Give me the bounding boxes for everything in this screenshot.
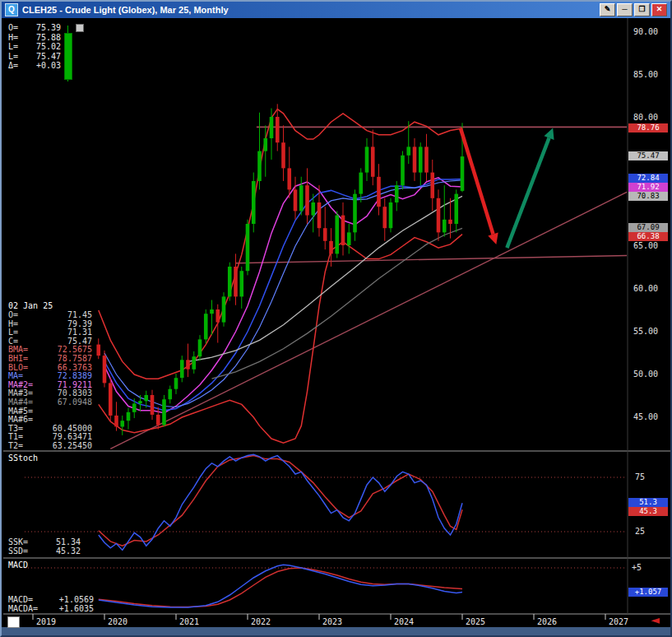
quote-label: O= [8,23,18,33]
quote-row: L=75.02 [8,42,61,52]
readout-value: 67.0948 [58,398,92,407]
readout-value: 78.7587 [58,355,92,364]
price-axis-label: 60.00 [633,284,658,293]
candle [114,416,118,427]
price-axis-label: 65.00 [633,241,658,250]
minimize-button[interactable]: ─ [617,3,633,16]
readout-label: MA#4= [8,398,33,407]
price-chart-svg[interactable] [2,2,672,637]
readout-row: T2=63.25450 [8,442,92,451]
overlay-collapse-icon[interactable] [76,24,84,32]
year-label: 2024 [394,617,414,626]
quote-value: +0.03 [36,61,61,71]
stoch-panel-label: SStoch [8,453,38,463]
restore-button[interactable]: ❐ [634,3,650,16]
candle [329,241,333,254]
candle [389,202,393,228]
price-axis-label: 45.00 [633,412,658,421]
candle [246,224,250,271]
candle [132,403,137,411]
stoch-axis-label: 25 [635,527,645,536]
app-icon: Q [5,3,18,16]
quote-label: L= [8,42,18,52]
year-label: 2023 [322,617,342,626]
candle [382,207,387,228]
close-button[interactable]: ✕ [651,3,667,16]
quote-label: Δ= [8,61,18,71]
stoch-ssk-readout: SSK=51.34 [8,537,81,546]
title-bar[interactable]: Q CLEH25 - Crude Light (Globex), Mar 25,… [2,2,670,18]
stoch-axis-label: 75 [635,472,645,481]
candle [371,146,375,176]
candle [234,267,238,296]
price-axis-label: 50.00 [633,370,658,379]
quote-row: O=75.39 [8,23,61,33]
candle [454,194,458,224]
candle [263,138,267,151]
candle [96,345,100,356]
candle [228,267,232,296]
candle [281,142,285,168]
annotate-tool-button[interactable]: ✎ [600,3,615,16]
macd-label: MACD= [8,595,33,604]
candle [192,356,196,370]
axis-price-badge: 72.84 [628,174,668,183]
axis-price-badge: 67.09 [628,223,668,232]
macda-value-readout: MACDA=+1.6035 [8,604,94,613]
candle [127,412,131,421]
year-label: 2019 [36,617,56,626]
candle [216,309,220,323]
quote-value: 75.39 [36,23,61,33]
readout-row: MA#4=67.0948 [8,398,92,407]
candle [168,389,172,400]
candle [317,202,322,228]
macda-label: MACDA= [8,604,38,613]
candle [341,216,345,245]
year-label: 2021 [179,617,199,626]
candle [448,220,452,224]
stoch-ssd-readout: SSD=45.32 [8,546,81,556]
price-axis-label: 85.00 [633,70,658,79]
candle [359,173,363,194]
candle [156,415,160,425]
ssk-value: 51.34 [56,537,81,546]
ssk-label: SSK= [8,537,28,546]
axis-price-badge: 70.83 [628,192,668,201]
candle [186,360,190,369]
quote-row: H=75.88 [8,33,61,43]
axis-price-badge: 78.76 [628,123,668,133]
quote-label: L= [8,52,18,62]
price-axis-label: 80.00 [633,113,658,122]
quote-value: 75.02 [36,42,61,52]
readout-label: BHI= [8,355,28,364]
candle [204,314,208,339]
axis-price-badge: +1.057 [628,588,668,597]
candle [419,146,423,172]
macd-value: +1.0569 [59,595,94,604]
axis-price-badge: 75.47 [628,151,668,160]
candle [144,395,148,401]
readout-label: O= [8,311,18,320]
quote-row: Δ=+0.03 [8,61,61,71]
candle [257,151,262,181]
ssd-value: 45.32 [56,546,81,556]
window-title: CLEH25 - Crude Light (Globex), Mar 25, M… [22,5,598,15]
current-candle-glyph [64,33,72,80]
candle [252,181,256,224]
axis-price-badge: 71.92 [628,183,668,192]
candle [210,309,214,314]
readout-value: 71.45 [67,311,92,320]
readout-label: T2= [8,442,23,451]
candle [222,296,226,322]
candle [239,271,243,296]
scroll-left-arrow-icon[interactable]: ◄ [651,614,660,625]
year-label: 2026 [537,617,557,626]
candle [305,185,309,215]
candle [287,168,291,189]
macd-axis-label: +5 [632,563,642,572]
readout-row: O=71.45 [8,311,92,320]
quote-row: L=75.47 [8,52,61,62]
candle [347,232,351,245]
ssd-label: SSD= [8,546,28,556]
page-tool-icon[interactable] [7,616,20,628]
